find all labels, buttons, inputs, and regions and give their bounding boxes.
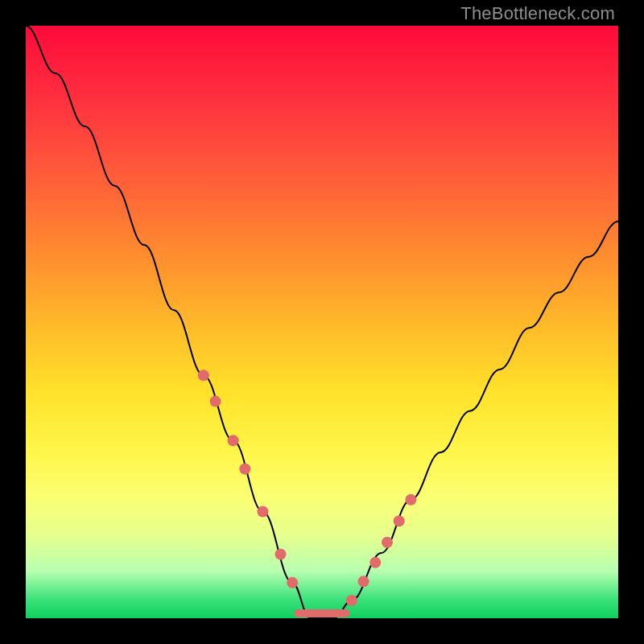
marker-dot <box>210 396 221 407</box>
curve-layer <box>26 26 618 618</box>
plot-area <box>26 26 618 618</box>
marker-dot <box>358 576 369 587</box>
marker-dot <box>382 537 393 548</box>
marker-dot <box>346 595 357 606</box>
watermark-label: TheBottleneck.com <box>460 3 615 24</box>
marker-dot <box>257 506 268 518</box>
marker-dot <box>394 515 405 526</box>
marker-dot <box>405 494 416 506</box>
right-markers <box>346 494 417 606</box>
marker-dot <box>198 369 209 381</box>
chart-frame: TheBottleneck.com <box>0 0 644 644</box>
marker-dot <box>239 464 250 475</box>
marker-dot <box>228 435 239 446</box>
marker-dot <box>275 549 286 560</box>
marker-dot <box>287 577 298 588</box>
marker-dot <box>369 557 381 568</box>
bottleneck-curve <box>26 26 618 618</box>
